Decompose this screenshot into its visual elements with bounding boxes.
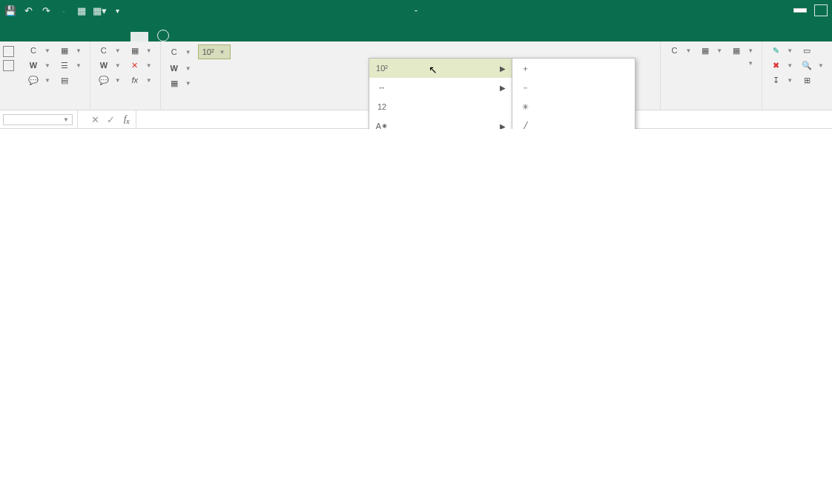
chevron-right-icon: ▶ [500,64,506,73]
seo-semant[interactable]: 🔍▼ [799,59,826,71]
name-box[interactable]: ▼ [3,114,73,125]
symbols-icon: С [28,45,39,56]
cells-icon: ▦ [130,45,140,56]
quick-access-toolbar: 💾 ↶ ↷ · ▦ ▦▾ ▾ [4,4,123,16]
seo-delete[interactable]: ✖▼ [768,59,795,71]
seo-extract[interactable]: ↧▼ [768,74,795,86]
chevron-down-icon: ▼ [63,116,69,123]
num-icon: 10² [375,62,389,75]
words-icon: W [99,60,109,70]
words-icon: W [28,60,39,70]
title-bar: 💾 ↶ ↷ · ▦ ▦▾ ▾ - [0,0,832,21]
tab-insert[interactable] [42,32,59,42]
formulas-icon: fx [130,75,140,85]
dupes-icon: ☰ [59,60,70,70]
seo-hints[interactable]: ▭ [799,44,817,56]
cells-icon: ▦ [169,78,179,88]
menu-round[interactable]: ↔▶ [369,78,512,97]
menu-text-to-num[interactable]: 12 [369,97,512,116]
group-detect-label [26,107,84,108]
addin-icon[interactable]: ▦ [76,4,88,16]
qat-sep: · [58,4,70,16]
group-delete-label [96,107,154,108]
words-icon: W [169,63,179,73]
del-phrases[interactable]: 💬▼ [96,74,123,86]
ribbon-tabs [0,21,832,42]
comb-cells[interactable]: ▦▼ [698,44,724,56]
ribbon: С▼ ▦▼ W▼ ☰▼ 💬▼ ▤ С▼ ▦▼ W▼ ✕▼ [0,42,832,110]
symbols-icon: С [169,47,179,57]
menu-simple-ops[interactable]: 10²▶ [369,59,512,78]
comb-merge[interactable]: ▦▼ [729,44,756,56]
addin2-icon[interactable]: ▦▾ [93,4,105,16]
tell-me[interactable] [148,30,182,42]
ranges-icon: ✕ [130,60,140,70]
seo-cluster[interactable]: ⊞ [799,74,817,86]
comb-symbols[interactable]: С▼ [667,44,693,56]
chg-numbers[interactable]: 10²▼ [198,44,231,59]
login-button[interactable] [793,8,807,13]
checkbox-1[interactable] [3,46,14,57]
detect-phrases[interactable]: 💬▼ [26,74,53,86]
minus-icon: － [518,81,532,94]
tab-formulas[interactable] [59,32,77,42]
enter-icon[interactable]: ✓ [107,114,115,125]
divide-icon: ╱ [518,119,532,129]
tab-help[interactable] [113,32,131,42]
merge-icon: ▦ [731,45,742,56]
sheets-icon: ▤ [59,75,70,85]
simple-ops-submenu: ＋ － ✳ ╱ 10² [512,58,635,129]
phrases-icon: 💬 [28,75,39,85]
del-words[interactable]: W▼ [96,59,123,71]
round-icon: ↔ [375,81,389,94]
detect-cells[interactable]: ▦▼ [57,44,84,56]
menu-num-to-words[interactable]: A⁕▶ [369,116,512,129]
change-icon: ✎ [770,45,781,56]
comb-tail[interactable]: ▼ [742,59,756,67]
restore-window-icon[interactable] [814,4,828,16]
numbers-icon: 10² [203,47,214,57]
checkbox-2[interactable] [3,60,14,71]
cancel-icon[interactable]: ✕ [91,114,99,125]
del-ranges[interactable]: ✕▼ [128,59,154,71]
del-formulas[interactable]: fx▼ [128,74,154,86]
detect-symbols[interactable]: С▼ [26,44,53,56]
numbers-menu: 10²▶ ↔▶ 12 A⁕▶ [369,58,512,129]
chevron-right-icon: ▶ [500,122,506,130]
cursor-icon: ↖ [429,64,438,76]
chg-words[interactable]: W▼ [167,62,194,74]
undo-icon[interactable]: ↶ [22,4,34,16]
multiply-icon: ✳ [518,100,532,113]
qat-more-icon[interactable]: ▾ [111,4,123,16]
symbols-icon: С [669,45,679,56]
detect-dupes[interactable]: ☰▼ [57,59,84,71]
tab-file[interactable] [6,32,24,42]
hints-icon: ▭ [802,45,812,56]
chevron-right-icon: ▶ [500,84,506,92]
tab-semtools[interactable] [131,32,148,42]
chg-cells[interactable]: ▦▼ [167,77,194,89]
del-symbols[interactable]: С▼ [96,44,123,56]
cells-icon: ▦ [59,45,70,56]
cells-icon: ▦ [700,45,710,56]
symbols-icon: С [99,45,109,56]
redo-icon[interactable]: ↷ [40,4,52,16]
tab-view[interactable] [95,32,113,42]
seo-change[interactable]: ✎▼ [768,44,795,56]
chg-symbols[interactable]: С▼ [167,44,194,59]
tab-home[interactable] [24,32,42,42]
group-change-label [167,107,231,108]
menu-add[interactable]: ＋ [512,59,635,78]
cluster-icon: ⊞ [802,75,812,85]
detect-words[interactable]: W▼ [26,59,53,71]
menu-multiply[interactable]: ✳ [512,97,635,116]
menu-divide[interactable]: ╱ [512,116,635,129]
semant-icon: 🔍 [802,60,812,70]
fx-icon[interactable]: fx [124,113,136,125]
del-cells[interactable]: ▦▼ [128,44,154,56]
group-combine-label [667,107,756,108]
menu-subtract[interactable]: － [512,78,635,97]
tab-data[interactable] [77,32,95,42]
save-icon[interactable]: 💾 [4,4,16,16]
detect-sheets[interactable]: ▤ [57,74,75,86]
